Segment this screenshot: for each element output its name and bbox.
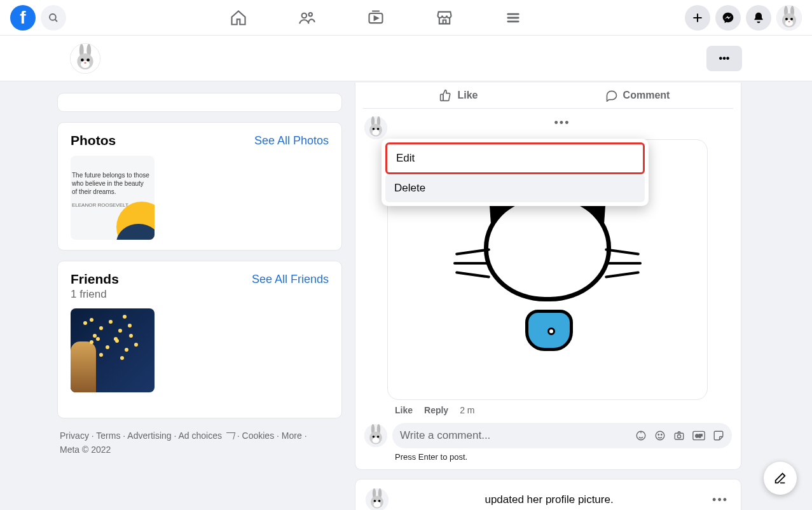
next-post-options[interactable]: •••: [710, 491, 731, 509]
menu-delete[interactable]: Delete: [385, 174, 645, 202]
comment-like-link[interactable]: Like: [395, 405, 413, 415]
create-button[interactable]: [685, 5, 710, 31]
svg-point-23: [81, 60, 90, 68]
compose-icon: [773, 471, 787, 485]
nav-center: [66, 9, 685, 27]
svg-rect-46: [675, 433, 684, 439]
svg-point-0: [50, 14, 56, 20]
see-all-friends-link[interactable]: See All Friends: [252, 273, 329, 286]
svg-point-44: [658, 434, 659, 436]
svg-point-39: [373, 438, 380, 443]
comment-icon: [605, 89, 618, 102]
footer-more[interactable]: More: [282, 431, 302, 441]
svg-point-40: [373, 436, 375, 438]
footer-privacy[interactable]: Privacy: [60, 431, 89, 441]
like-icon: [439, 89, 452, 102]
svg-point-45: [661, 434, 663, 436]
svg-rect-27: [441, 94, 443, 100]
comment-meta-row: Like Reply 2 m: [355, 400, 741, 415]
comment-timestamp[interactable]: 2 m: [460, 405, 474, 415]
svg-point-34: [377, 128, 380, 130]
footer-adchoices[interactable]: Ad choices: [179, 431, 235, 441]
gif-icon[interactable]: GIF: [692, 430, 705, 441]
marketplace-tab[interactable]: [436, 9, 453, 27]
menu-edit[interactable]: Edit: [385, 142, 645, 174]
next-post-text: updated her profile picture.: [397, 493, 701, 506]
messenger-button[interactable]: [715, 5, 741, 31]
comment-input[interactable]: Write a comment... GIF: [392, 423, 732, 448]
camera-icon[interactable]: [673, 430, 685, 441]
notifications-button[interactable]: [746, 5, 771, 31]
write-comment-row: Write a comment... GIF: [355, 415, 741, 448]
comment-options-button[interactable]: •••: [552, 114, 573, 132]
search-icon: [48, 12, 59, 24]
account-avatar[interactable]: [776, 5, 802, 31]
svg-line-1: [55, 19, 57, 22]
profile-avatar-small[interactable]: [70, 43, 100, 74]
friends-count: 1 friend: [71, 288, 329, 301]
photo-thumbnail[interactable]: The future belongs to those who believe …: [71, 156, 155, 240]
my-avatar[interactable]: [364, 424, 387, 447]
footer-cookies[interactable]: Cookies: [242, 431, 275, 441]
search-button[interactable]: [41, 5, 66, 31]
comment-button[interactable]: Comment: [548, 83, 727, 108]
comment-label: Comment: [623, 90, 670, 101]
photos-card: Photos See All Photos The future belongs…: [57, 122, 342, 251]
comment-header-row: •••: [355, 109, 741, 139]
home-tab[interactable]: [230, 9, 247, 27]
avatar-icon: [366, 488, 389, 510]
hello-kitty-gif: [465, 181, 630, 359]
friends-tab[interactable]: [298, 9, 316, 27]
svg-point-56: [378, 500, 381, 502]
next-post-avatar[interactable]: [366, 488, 389, 510]
commenter-avatar[interactable]: [364, 116, 387, 139]
next-post-card: updated her profile picture. •••: [355, 479, 741, 510]
adchoices-icon: [224, 432, 235, 439]
photo-quote-text: The future belongs to those who believe …: [71, 156, 155, 196]
like-button[interactable]: Like: [369, 83, 548, 108]
friends-icon: [298, 9, 316, 27]
friend-thumbnail[interactable]: [71, 308, 155, 392]
footer-advertising[interactable]: Advertising: [127, 431, 171, 441]
footer-meta: Meta © 2022: [60, 445, 111, 455]
svg-point-3: [308, 13, 312, 16]
messenger-icon: [722, 11, 734, 24]
svg-point-18: [788, 21, 790, 22]
profile-more-button[interactable]: •••: [706, 46, 742, 71]
watch-tab[interactable]: [367, 9, 385, 27]
watch-icon: [367, 9, 385, 27]
svg-point-41: [377, 436, 380, 438]
svg-point-54: [374, 502, 381, 507]
svg-point-2: [301, 13, 306, 17]
like-label: Like: [457, 90, 478, 101]
nav-right: [685, 5, 802, 31]
svg-point-32: [373, 130, 380, 135]
svg-point-55: [374, 500, 376, 502]
avatar-sticker-icon[interactable]: [635, 430, 647, 441]
comment-reply-link[interactable]: Reply: [424, 405, 448, 415]
friends-title: Friends: [71, 272, 119, 287]
profile-subbar: •••: [0, 36, 812, 81]
svg-point-17: [790, 18, 793, 20]
marketplace-icon: [436, 9, 453, 27]
svg-text:GIF: GIF: [695, 434, 702, 438]
avatar-icon: [71, 44, 100, 73]
see-all-photos-link[interactable]: See All Photos: [254, 134, 329, 148]
svg-point-16: [785, 18, 788, 20]
intro-card-stub: [57, 93, 342, 112]
left-column: Photos See All Photos The future belongs…: [57, 93, 342, 510]
svg-point-25: [86, 59, 90, 62]
emoji-icon[interactable]: [654, 430, 666, 441]
sticker-icon[interactable]: [713, 430, 724, 441]
avatar-icon: [364, 424, 387, 447]
compose-fab[interactable]: [764, 462, 797, 495]
facebook-logo[interactable]: f: [10, 5, 36, 31]
top-nav: f: [0, 0, 812, 36]
footer-links: Privacy · Terms · Advertising · Ad choic…: [57, 429, 342, 457]
avatar-icon: [776, 5, 802, 31]
comment-options-menu: Edit Delete: [382, 139, 649, 206]
footer-terms[interactable]: Terms: [96, 431, 120, 441]
photos-title: Photos: [71, 133, 116, 148]
comment-placeholder: Write a comment...: [400, 429, 490, 442]
menu-tab[interactable]: [504, 9, 522, 27]
